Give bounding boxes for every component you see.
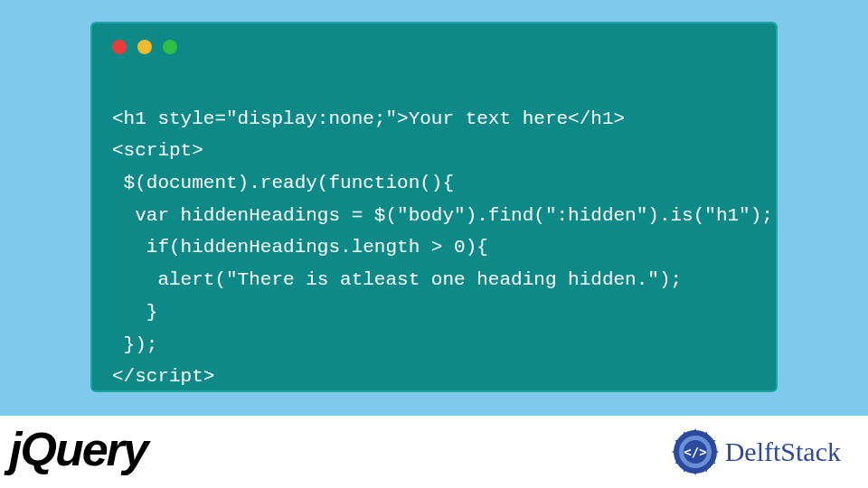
gear-badge-icon: </>: [671, 427, 720, 476]
jquery-logo-text: jQuery: [9, 422, 147, 476]
code-window: <h1 style="display:none;">Your text here…: [90, 22, 778, 392]
delftstack-logo-text: DelftStack: [725, 436, 841, 467]
minimize-icon: [137, 40, 152, 54]
code-block: <h1 style="display:none;">Your text here…: [112, 70, 756, 393]
code-line: <h1 style="display:none;">Your text here…: [112, 108, 625, 129]
code-line: <script>: [112, 140, 203, 161]
code-line: if(hiddenHeadings.length > 0){: [112, 237, 488, 258]
delftstack-logo: </> DelftStack: [671, 427, 841, 476]
code-line: var hiddenHeadings = $("body").find(":hi…: [112, 205, 773, 226]
code-line: });: [112, 334, 157, 355]
maximize-icon: [163, 40, 177, 54]
code-line: </script>: [112, 366, 214, 387]
footer-bar: jQuery: [0, 416, 868, 488]
code-line: alert("There is atleast one heading hidd…: [112, 269, 682, 290]
close-icon: [112, 40, 127, 54]
jquery-logo: jQuery: [9, 425, 147, 479]
window-controls: [112, 40, 756, 54]
code-line: }: [112, 302, 157, 323]
code-line: $(document).ready(function(){: [112, 173, 454, 193]
svg-text:</>: </>: [684, 445, 706, 459]
